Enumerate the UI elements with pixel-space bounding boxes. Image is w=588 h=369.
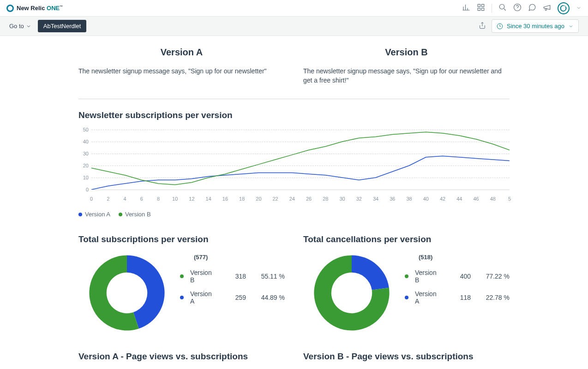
avatar-button[interactable] (558, 2, 570, 14)
donut-cancellations: Total cancellations per version (518) Ve… (303, 234, 510, 332)
legend-label: Version B (190, 269, 216, 284)
donut1-rows: Version B 318 55.11 % Version A 259 44.8… (180, 269, 285, 305)
versions-row: Version A The newsletter signup message … (78, 47, 510, 85)
feedback-icon[interactable] (528, 3, 536, 13)
legend-label: Version B (415, 269, 441, 284)
legend-pct: 22.78 % (477, 294, 510, 301)
legend-pct: 55.11 % (252, 273, 285, 280)
donut-subscriptions: Total subscriptions per version (577) Ve… (78, 234, 285, 332)
svg-rect-3 (482, 8, 484, 10)
brand-logo-icon (6, 5, 14, 12)
line-chart-title: Newsletter subscriptions per version (78, 110, 510, 120)
legend-value: 318 (223, 273, 246, 280)
legend-pct: 77.22 % (477, 273, 510, 280)
legend-value: 259 (223, 294, 246, 301)
apps-icon[interactable] (477, 3, 485, 13)
svg-rect-1 (482, 4, 484, 6)
chevron-down-icon[interactable] (576, 4, 582, 12)
donut2-chart (312, 254, 391, 332)
divider (492, 4, 492, 13)
subbar: Go to AbTestNerdlet Since 30 minutes ago (0, 17, 588, 36)
goto-dropdown[interactable]: Go to (9, 23, 31, 30)
line-chart-legend: Version A Version B (78, 211, 510, 218)
svg-rect-2 (478, 8, 480, 10)
donut1-chart (88, 254, 166, 332)
version-b-desc: The newsletter signup message says, "Sig… (303, 67, 510, 85)
time-picker[interactable]: Since 30 minutes ago (492, 19, 579, 33)
donut1-title: Total subscriptions per version (78, 234, 285, 244)
donut2-title: Total cancellations per version (303, 234, 510, 244)
content: Version A The newsletter signup message … (0, 36, 588, 369)
legend-dot (180, 296, 184, 299)
line-chart: 01020304050 0246810121416182022242628303… (78, 130, 510, 203)
legend-value: 400 (448, 273, 471, 280)
bottom-titles: Version A - Page views vs. subscriptions… (78, 351, 510, 369)
chart-icon[interactable] (462, 3, 470, 13)
donut-legend-row[interactable]: Version B 400 77.22 % (405, 269, 510, 284)
version-a-title: Version A (78, 47, 285, 58)
legend-label: Version A (190, 290, 216, 305)
donuts-row: Total subscriptions per version (577) Ve… (78, 234, 510, 332)
search-icon[interactable] (498, 3, 507, 13)
separator (78, 99, 510, 99)
bottom-b-title: Version B - Page views vs. subscriptions (303, 351, 510, 362)
svg-point-4 (499, 4, 504, 9)
donut2-total: (518) (419, 254, 510, 261)
legend-label: Version A (415, 290, 441, 305)
topbar: New Relic ONE™ (0, 0, 588, 17)
donut-legend-row[interactable]: Version A 118 22.78 % (405, 290, 510, 305)
svg-rect-0 (478, 4, 480, 6)
legend-version-a[interactable]: Version A (78, 211, 110, 218)
brand-logo-wrap[interactable]: New Relic ONE™ (6, 5, 63, 12)
share-icon[interactable] (479, 22, 486, 31)
version-b-title: Version B (303, 47, 510, 58)
legend-dot-blue (78, 213, 82, 216)
legend-dot (405, 274, 408, 278)
topbar-icons (462, 2, 582, 14)
announce-icon[interactable] (543, 3, 551, 13)
version-b-col: Version B The newsletter signup message … (303, 47, 510, 85)
donut-legend-row[interactable]: Version A 259 44.89 % (180, 290, 285, 305)
plot-area (91, 130, 510, 190)
nerdlet-chip[interactable]: AbTestNerdlet (38, 20, 87, 32)
help-icon[interactable] (513, 3, 522, 13)
x-axis: 0246810121416182022242628303234363840424… (91, 194, 510, 203)
legend-dot (405, 296, 408, 299)
y-axis: 01020304050 (78, 130, 91, 190)
brand-text: New Relic ONE™ (17, 5, 63, 12)
legend-dot (180, 274, 184, 278)
legend-dot-green (119, 213, 122, 216)
donut-legend-row[interactable]: Version B 318 55.11 % (180, 269, 285, 284)
legend-value: 118 (448, 294, 471, 301)
legend-pct: 44.89 % (252, 294, 285, 301)
donut2-rows: Version B 400 77.22 % Version A 118 22.7… (405, 269, 510, 305)
legend-version-b[interactable]: Version B (119, 211, 151, 218)
bottom-a-title: Version A - Page views vs. subscriptions (78, 351, 285, 362)
donut1-total: (577) (194, 254, 285, 261)
version-a-col: Version A The newsletter signup message … (78, 47, 285, 85)
version-a-desc: The newsletter signup message says, "Sig… (78, 67, 285, 76)
